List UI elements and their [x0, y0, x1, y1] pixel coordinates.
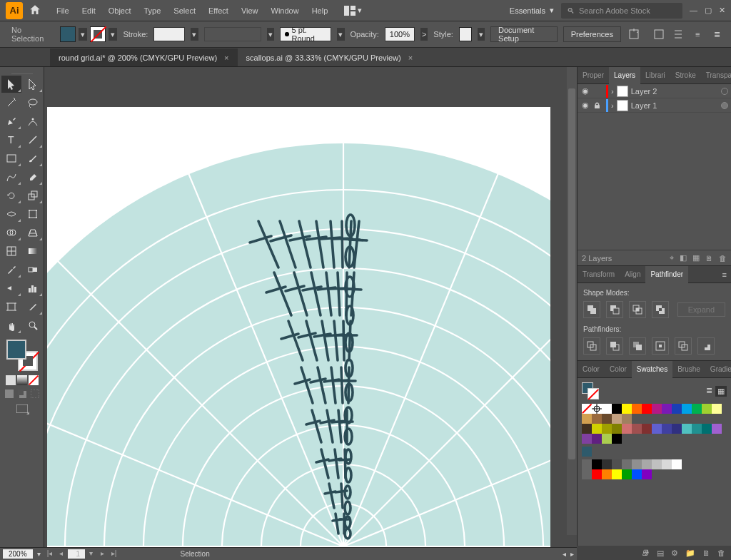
menu-edit[interactable]: Edit: [76, 1, 102, 21]
first-artboard-button[interactable]: |◂: [45, 549, 55, 559]
crop-button[interactable]: [652, 337, 669, 355]
document-tab[interactable]: scallops.ai @ 33.33% (CMYK/GPU Preview) …: [238, 49, 422, 66]
stroke-swatch[interactable]: [90, 26, 106, 42]
merge-button[interactable]: [629, 337, 646, 355]
screen-mode-button[interactable]: [14, 402, 30, 415]
swatch[interactable]: [672, 459, 682, 469]
divide-button[interactable]: [583, 337, 600, 355]
menu-help[interactable]: Help: [306, 1, 335, 21]
swatch[interactable]: [672, 404, 682, 414]
hscroll-right[interactable]: ▸: [570, 550, 574, 558]
swatch[interactable]: [692, 424, 702, 434]
target-icon[interactable]: [721, 88, 728, 95]
zoom-tool[interactable]: [23, 317, 43, 334]
rectangle-tool[interactable]: [1, 150, 21, 167]
swatch[interactable]: [702, 404, 712, 414]
new-swatch-icon[interactable]: 🗎: [702, 549, 710, 557]
scrollbar-thumb[interactable]: [568, 88, 575, 459]
shape-panel-icon[interactable]: ≡: [691, 26, 705, 42]
swatch[interactable]: [712, 424, 722, 434]
slice-tool[interactable]: [23, 298, 43, 315]
lock-icon[interactable]: 🔒︎: [593, 101, 603, 110]
swatch[interactable]: [642, 469, 652, 479]
minus-front-button[interactable]: [606, 301, 623, 318]
panel-menu-icon[interactable]: ≣: [710, 26, 724, 42]
new-color-group-icon[interactable]: 📁: [685, 549, 695, 558]
layer-name[interactable]: Layer 1: [631, 101, 657, 110]
vertical-scrollbar[interactable]: [567, 67, 577, 535]
workspace-switcher[interactable]: Essentials ▾: [503, 3, 561, 18]
draw-inside-button[interactable]: [29, 388, 41, 399]
swatch[interactable]: [632, 469, 642, 479]
delete-layer-icon[interactable]: 🗑: [719, 254, 727, 263]
swatch[interactable]: [692, 404, 702, 414]
swatch[interactable]: [592, 469, 602, 479]
target-icon[interactable]: [721, 102, 728, 109]
swatch[interactable]: [652, 459, 662, 469]
tab-gradient[interactable]: Gradie: [705, 361, 731, 378]
swatch[interactable]: [712, 404, 722, 414]
swatch[interactable]: [642, 404, 652, 414]
swatch[interactable]: [632, 404, 642, 414]
swatch[interactable]: [592, 414, 602, 424]
fill-stroke-control[interactable]: [6, 340, 38, 371]
eraser-tool[interactable]: [23, 168, 43, 185]
align-panel-icon[interactable]: [671, 26, 685, 42]
panel-menu-icon[interactable]: ≡: [718, 270, 731, 279]
lasso-tool[interactable]: [23, 94, 43, 111]
close-tab-icon[interactable]: ×: [408, 54, 413, 62]
fill-color-control[interactable]: [6, 340, 26, 360]
close-button[interactable]: ✕: [719, 6, 725, 15]
hscroll-left[interactable]: ◂: [563, 550, 566, 558]
tab-transform[interactable]: Transform: [578, 266, 620, 283]
swatch[interactable]: [662, 404, 672, 414]
hand-tool[interactable]: [1, 317, 21, 334]
brush-definition[interactable]: 5 pt. Round: [280, 27, 331, 41]
tab-align[interactable]: Align: [620, 266, 645, 283]
style-dropdown[interactable]: ▾: [478, 28, 485, 41]
opacity-input[interactable]: 100%: [385, 27, 415, 41]
menu-file[interactable]: File: [50, 1, 76, 21]
color-group-icon[interactable]: [582, 469, 592, 479]
swatch[interactable]: [642, 459, 652, 469]
gradient-mode-button[interactable]: [17, 375, 27, 385]
perspective-grid-tool[interactable]: [23, 224, 43, 241]
swatch[interactable]: [682, 404, 692, 414]
unite-button[interactable]: [583, 301, 600, 318]
menu-object[interactable]: Object: [102, 1, 138, 21]
color-group-icon[interactable]: [582, 459, 592, 469]
swatch[interactable]: [602, 404, 612, 414]
line-tool[interactable]: [23, 131, 43, 148]
create-sublayer-icon[interactable]: ▦: [692, 253, 700, 263]
gradient-tool[interactable]: [23, 243, 43, 260]
swatch[interactable]: [582, 434, 592, 444]
visibility-icon[interactable]: ◉: [580, 101, 590, 110]
artboard-dropdown[interactable]: ▾: [86, 549, 96, 559]
paintbrush-tool[interactable]: [23, 150, 43, 167]
eyedropper-tool[interactable]: [1, 261, 21, 278]
swatch[interactable]: [602, 459, 612, 469]
toolbox-grip[interactable]: [11, 68, 33, 74]
pen-tool[interactable]: [1, 113, 21, 130]
swatch[interactable]: [622, 424, 632, 434]
menu-window[interactable]: Window: [265, 1, 306, 21]
locate-object-icon[interactable]: ⌖: [670, 253, 674, 263]
blend-tool[interactable]: [23, 261, 43, 278]
search-stock-input[interactable]: 🔍︎ Search Adobe Stock: [561, 3, 682, 19]
swatch-options-icon[interactable]: ⚙: [671, 549, 678, 558]
draw-behind-button[interactable]: [16, 388, 28, 399]
swatch[interactable]: [642, 424, 652, 434]
trim-button[interactable]: [606, 337, 623, 355]
mesh-tool[interactable]: [1, 243, 21, 260]
close-tab-icon[interactable]: ×: [224, 54, 228, 62]
type-tool[interactable]: T: [1, 131, 21, 148]
width-tool[interactable]: [1, 205, 21, 223]
swatch[interactable]: [662, 424, 672, 434]
swatch[interactable]: [632, 459, 642, 469]
tab-pathfinder[interactable]: Pathfinder: [645, 266, 688, 283]
artboard-tool[interactable]: [1, 298, 21, 315]
document-setup-button[interactable]: Document Setup: [490, 26, 558, 42]
swatch[interactable]: [622, 459, 632, 469]
menu-view[interactable]: View: [235, 1, 265, 21]
stroke-weight-dropdown[interactable]: ▾: [191, 28, 198, 41]
